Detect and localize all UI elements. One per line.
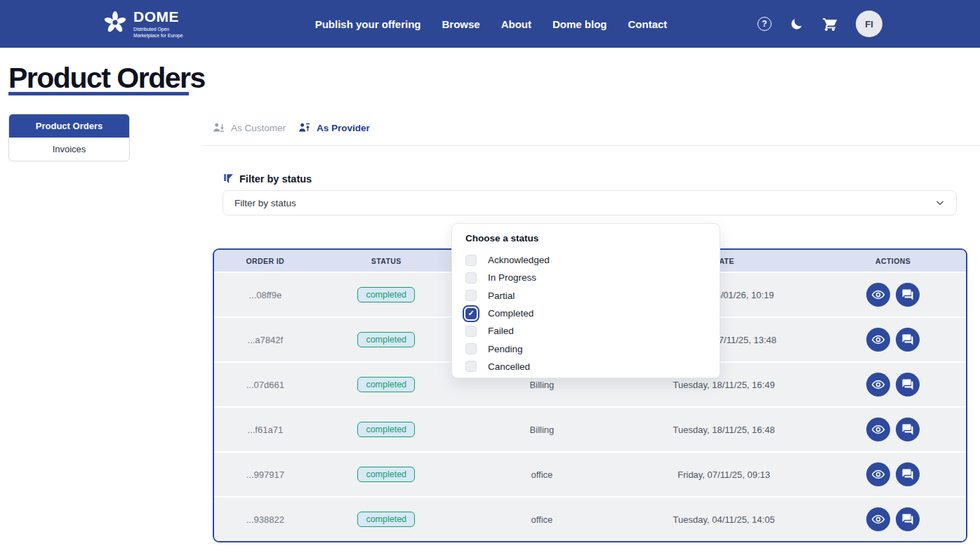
filter-icon (223, 173, 234, 185)
actions-cell (820, 373, 966, 396)
title-underline (8, 92, 189, 95)
view-order-button[interactable] (866, 462, 890, 486)
nav-link-publish-your-offering[interactable]: Publish your offering (315, 18, 421, 30)
checkbox-unchecked[interactable] (465, 255, 477, 266)
status-badge: completed (357, 287, 415, 302)
tab-as-customer[interactable]: As Customer (213, 122, 286, 134)
status-option-failed[interactable]: Failed (465, 322, 706, 340)
status-option-label: Failed (488, 326, 514, 336)
order-id: ...997917 (214, 469, 317, 480)
status-option-cancelled[interactable]: Cancelled (465, 358, 706, 375)
order-id: ...07d661 (214, 380, 317, 390)
checkbox-checked[interactable]: ✓ (465, 308, 477, 319)
chat-order-button[interactable] (896, 418, 920, 441)
sidebar: Product OrdersInvoices (8, 114, 130, 161)
chat-icon (901, 333, 914, 346)
actions-cell (820, 283, 966, 307)
date-cell: Tuesday, 04/11/25, 14:05 (628, 514, 820, 525)
nav-link-dome-blog[interactable]: Dome blog (552, 18, 607, 30)
tab-as-provider[interactable]: As Provider (298, 122, 370, 134)
actions-cell (820, 418, 966, 441)
column-header-actions: ACTIONS (820, 257, 966, 265)
brand-tagline: Distributed Open Marketplace for Europe (133, 26, 183, 39)
tabs-divider (202, 145, 980, 146)
date-cell: Tuesday, 18/11/25, 16:49 (628, 380, 820, 390)
page-canvas: DOME Distributed Open Marketplace for Eu… (0, 0, 980, 560)
nav-link-contact[interactable]: Contact (628, 18, 668, 30)
chat-order-button[interactable] (896, 283, 920, 307)
brand-logo[interactable]: DOME Distributed Open Marketplace for Eu… (102, 9, 183, 39)
filter-heading: Filter by status (223, 173, 312, 185)
status-popup-title: Choose a status (465, 233, 706, 244)
chat-order-button[interactable] (896, 462, 920, 486)
sidebar-item-invoices[interactable]: Invoices (9, 138, 129, 161)
status-filter-select[interactable]: Filter by status (223, 190, 957, 215)
status-badge: completed (357, 512, 415, 527)
eye-icon (871, 288, 885, 302)
checkbox-unchecked[interactable] (465, 290, 477, 301)
category-cell: Billing (456, 380, 628, 390)
date-cell: Tuesday, 18/11/25, 16:48 (628, 425, 820, 435)
view-order-button[interactable] (866, 507, 890, 531)
status-cell: completed (317, 422, 456, 437)
chat-icon (901, 288, 914, 301)
status-option-acknowledged[interactable]: Acknowledged (465, 251, 706, 269)
person-arrow-up-icon (298, 122, 310, 134)
order-id: ...08ff9e (214, 290, 317, 300)
status-popup-options: AcknowledgedIn ProgressPartial✓Completed… (465, 251, 706, 375)
column-header-status: STATUS (317, 257, 456, 265)
status-option-in-progress[interactable]: In Progress (465, 269, 706, 286)
status-option-completed[interactable]: ✓Completed (465, 305, 706, 322)
status-select-value: Filter by status (234, 198, 935, 208)
status-cell: completed (317, 287, 456, 302)
status-option-pending[interactable]: Pending (465, 340, 706, 357)
order-id: ...a7842f (214, 335, 317, 345)
checkbox-unchecked[interactable] (465, 361, 477, 372)
status-option-partial[interactable]: Partial (465, 287, 706, 305)
category-cell: office (456, 469, 628, 480)
checkbox-unchecked[interactable] (465, 343, 477, 354)
person-arrow-down-icon (213, 122, 225, 134)
help-icon[interactable]: ? (757, 17, 772, 31)
checkbox-unchecked[interactable] (465, 326, 477, 337)
view-order-button[interactable] (866, 328, 890, 352)
status-badge: completed (357, 377, 415, 392)
cart-icon[interactable] (821, 15, 838, 32)
avatar[interactable]: FI (856, 11, 882, 37)
eye-icon (871, 512, 885, 526)
checkbox-unchecked[interactable] (465, 272, 477, 284)
status-option-label: Pending (488, 344, 523, 354)
status-option-label: Partial (488, 291, 515, 301)
view-order-button[interactable] (866, 283, 890, 307)
chat-order-button[interactable] (896, 328, 920, 352)
view-order-button[interactable] (866, 418, 890, 441)
eye-icon (871, 467, 885, 481)
order-id: ...938822 (214, 514, 317, 525)
sidebar-item-product-orders[interactable]: Product Orders (9, 114, 129, 138)
column-header-order-id: ORDER ID (214, 257, 317, 265)
nav-link-browse[interactable]: Browse (442, 18, 480, 30)
chat-icon (901, 423, 914, 436)
order-id: ...f61a71 (214, 425, 317, 435)
actions-cell (820, 328, 966, 352)
status-badge: completed (357, 422, 415, 437)
dark-mode-moon-icon[interactable] (789, 17, 804, 32)
date-cell: Friday, 07/11/25, 09:13 (628, 469, 820, 480)
page-title: Product Orders (8, 62, 205, 95)
main-nav: Publish your offeringBrowseAboutDome blo… (315, 18, 668, 30)
brand-name: DOME (133, 9, 183, 24)
chat-icon (901, 378, 914, 391)
status-cell: completed (317, 467, 456, 482)
eye-icon (871, 378, 885, 392)
chat-order-button[interactable] (896, 373, 920, 396)
eye-icon (871, 333, 885, 347)
status-cell: completed (317, 512, 456, 527)
table-row: ...997917completedofficeFriday, 07/11/25… (214, 451, 966, 496)
chat-order-button[interactable] (896, 507, 920, 531)
status-option-label: Cancelled (488, 361, 530, 372)
chat-icon (901, 513, 914, 526)
table-row: ...938822completedofficeTuesday, 04/11/2… (214, 496, 966, 541)
nav-link-about[interactable]: About (501, 18, 531, 30)
view-order-button[interactable] (866, 373, 890, 396)
status-popup: Choose a status AcknowledgedIn ProgressP… (451, 223, 720, 378)
